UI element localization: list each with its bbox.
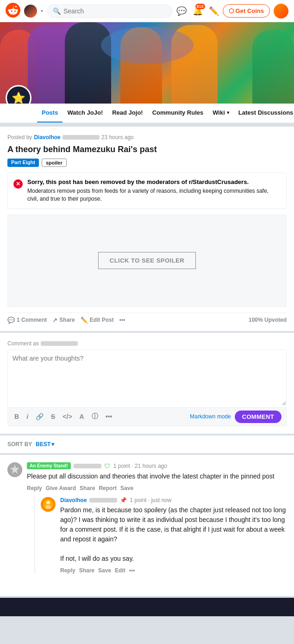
footer bbox=[0, 598, 294, 616]
mod-shield-icon: 🛡 bbox=[104, 462, 111, 470]
comment-textarea[interactable] bbox=[8, 350, 286, 405]
comment-icon: 💬 bbox=[7, 317, 15, 324]
spoiler-button[interactable]: CLICK TO SEE SPOILER bbox=[98, 252, 196, 269]
tag-part-eight[interactable]: Part Eight bbox=[7, 159, 39, 167]
spoiler-area[interactable]: CLICK TO SEE SPOILER bbox=[7, 215, 287, 307]
share-icon: ↗ bbox=[52, 317, 57, 324]
post-tags: Part Eight spoiler bbox=[7, 159, 287, 167]
comment-body: An Enemy Stand! 🛡 1 point · 21 hours ago… bbox=[27, 462, 287, 581]
comment-reply-button[interactable]: Reply bbox=[27, 485, 42, 491]
comment-text: Please put all discussion and theories t… bbox=[27, 472, 287, 481]
coin-icon: ⬡ bbox=[229, 7, 234, 14]
header-icons: 💬 🔔 810 ✏️ ⬡ Get Coins bbox=[176, 4, 288, 18]
code-button[interactable]: </> bbox=[61, 412, 74, 421]
strikethrough-button[interactable]: S bbox=[49, 412, 57, 421]
author-username-blur bbox=[63, 135, 100, 140]
post-actions: 💬 1 Comment ↗ Share ✏️ Edit Post ••• 100… bbox=[7, 313, 287, 324]
markdown-mode-toggle[interactable]: Markdown mode bbox=[190, 413, 231, 420]
link-button[interactable]: 🔗 bbox=[34, 412, 45, 421]
subreddit-icon[interactable] bbox=[24, 5, 37, 18]
comment-header: An Enemy Stand! 🛡 1 point · 21 hours ago bbox=[27, 462, 287, 470]
chat-icon[interactable]: 💬 bbox=[176, 6, 187, 16]
reply-item: Diavolhoe 📌 1 point · just now Pardon me… bbox=[41, 497, 287, 574]
comment-points: 1 point · 21 hours ago bbox=[113, 463, 167, 469]
more-action[interactable]: ••• bbox=[119, 317, 125, 323]
post-container: Posted by Diavolhoe 23 hours ago A theor… bbox=[0, 127, 294, 331]
notification-badge: 810 bbox=[195, 4, 205, 9]
italic-button[interactable]: i bbox=[25, 412, 30, 421]
reply-reply-button[interactable]: Reply bbox=[60, 567, 75, 574]
subreddit-dropdown-arrow[interactable]: ▾ bbox=[41, 8, 43, 13]
svg-point-3 bbox=[46, 501, 50, 504]
sort-section: SORT BY BEST ▾ bbox=[0, 435, 294, 453]
edit-post-action[interactable]: ✏️ Edit Post bbox=[81, 317, 114, 324]
removed-notice: ✕ Sorry, this post has been removed by t… bbox=[7, 172, 287, 209]
user-avatar[interactable] bbox=[274, 4, 288, 18]
upvote-stat: 100% Upvoted bbox=[249, 317, 287, 323]
subreddit-banner: ⭐ bbox=[0, 22, 294, 104]
reply-username[interactable]: Diavolhoe bbox=[60, 497, 87, 503]
commenter-avatar bbox=[7, 462, 22, 477]
post-title: A theory behind Mamezuku Rai's past bbox=[7, 144, 287, 155]
reply-username-blur bbox=[89, 498, 117, 503]
removed-icon: ✕ bbox=[13, 179, 23, 189]
search-icon: 🔍 bbox=[53, 7, 61, 15]
info-button[interactable]: ⓘ bbox=[90, 411, 100, 422]
svg-point-4 bbox=[45, 505, 51, 509]
pencil-icon[interactable]: ✏️ bbox=[209, 6, 219, 16]
sub-avatar: ⭐ bbox=[6, 85, 31, 104]
reply-share-button[interactable]: Share bbox=[79, 567, 94, 574]
reply-text: Pardon me, is it because too spoilery (a… bbox=[60, 505, 287, 564]
edit-icon: ✏️ bbox=[81, 317, 88, 324]
sort-dropdown-arrow: ▾ bbox=[51, 441, 54, 448]
tab-latest-discussions[interactable]: Latest Discussions ▾ bbox=[234, 104, 294, 123]
tab-read-jojo[interactable]: Read Jojo! bbox=[107, 104, 147, 123]
comment-section: Comment as B i 🔗 S </> A ⓘ ••• Markdown … bbox=[0, 333, 294, 434]
comment-save-button[interactable]: Save bbox=[120, 485, 133, 491]
reply-actions: Reply Share Save Edit ••• bbox=[60, 567, 287, 574]
comments-container: An Enemy Stand! 🛡 1 point · 21 hours ago… bbox=[0, 455, 294, 596]
comment-actions: Reply Give Award Share Report Save bbox=[27, 485, 287, 491]
reply-pencil-icon: 📌 bbox=[120, 497, 127, 503]
reply-edit-button[interactable]: Edit bbox=[115, 567, 125, 574]
post-author[interactable]: Diavolhoe bbox=[34, 134, 60, 141]
comment-username-blur bbox=[41, 341, 78, 346]
sort-best-button[interactable]: BEST ▾ bbox=[36, 441, 54, 448]
comment-share-button[interactable]: Share bbox=[80, 485, 95, 491]
tab-community-rules[interactable]: Community Rules bbox=[148, 104, 208, 123]
bold-button[interactable]: B bbox=[13, 412, 21, 421]
comment-username-blur bbox=[74, 464, 101, 468]
search-bar[interactable]: 🔍 bbox=[47, 4, 173, 18]
reply-meta: 1 point · just now bbox=[130, 497, 171, 503]
share-action[interactable]: ↗ Share bbox=[52, 317, 75, 324]
more-toolbar-button[interactable]: ••• bbox=[104, 412, 114, 421]
reply-body: Diavolhoe 📌 1 point · just now Pardon me… bbox=[60, 497, 287, 574]
heading-button[interactable]: A bbox=[78, 412, 86, 421]
comment-count-action[interactable]: 💬 1 Comment bbox=[7, 317, 47, 324]
tab-posts[interactable]: Posts bbox=[37, 104, 63, 123]
reply-avatar bbox=[41, 497, 56, 512]
header: ▾ 🔍 💬 🔔 810 ✏️ ⬡ Get Coins bbox=[0, 0, 294, 22]
wiki-dropdown-arrow: ▾ bbox=[227, 110, 229, 115]
post-meta: Posted by Diavolhoe 23 hours ago bbox=[7, 134, 287, 141]
nested-comment: Diavolhoe 📌 1 point · just now Pardon me… bbox=[34, 497, 287, 574]
reddit-logo[interactable] bbox=[6, 3, 20, 19]
get-coins-button[interactable]: ⬡ Get Coins bbox=[223, 4, 270, 18]
tab-wiki[interactable]: Wiki ▾ bbox=[208, 104, 234, 123]
give-award-button[interactable]: Give Award bbox=[46, 485, 76, 491]
removed-text: Sorry, this post has been removed by the… bbox=[27, 178, 281, 203]
reply-more-button[interactable]: ••• bbox=[129, 567, 135, 574]
sub-avatar-container: ⭐ bbox=[6, 85, 31, 104]
reply-save-button[interactable]: Save bbox=[98, 567, 111, 574]
reply-header: Diavolhoe 📌 1 point · just now bbox=[60, 497, 287, 503]
tab-watch-jojo[interactable]: Watch JoJo! bbox=[63, 104, 107, 123]
nav-tabs: Posts Watch JoJo! Read Jojo! Community R… bbox=[0, 104, 294, 123]
comment-submit-button[interactable]: COMMENT bbox=[235, 411, 281, 423]
search-input[interactable] bbox=[63, 7, 167, 15]
tag-spoiler[interactable]: spoiler bbox=[42, 159, 67, 167]
comment-as-label: Comment as bbox=[7, 340, 287, 347]
mod-flair: An Enemy Stand! bbox=[27, 462, 71, 469]
comment-textarea-container: B i 🔗 S </> A ⓘ ••• Markdown mode COMMEN… bbox=[7, 350, 287, 426]
comment-report-button[interactable]: Report bbox=[99, 485, 117, 491]
notification-button[interactable]: 🔔 810 bbox=[190, 4, 205, 18]
